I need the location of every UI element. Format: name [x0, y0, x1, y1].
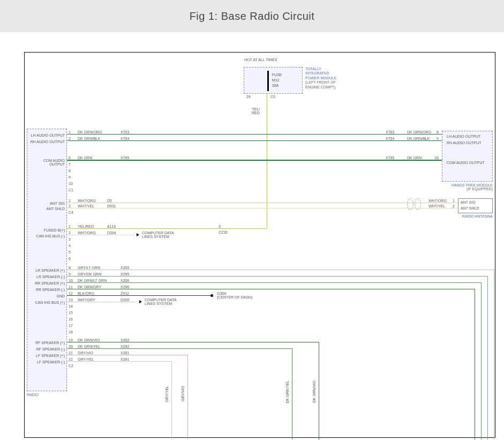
hot-label: HOT AT ALL TIMES	[244, 58, 287, 62]
fuse-text: 30A	[272, 84, 279, 87]
pin: C5	[270, 95, 275, 99]
fuse-text: M12	[272, 78, 280, 82]
hfm-module: LH AUDIO OUTPUT RH AUDIO OUTPUT COM AUDI…	[442, 131, 493, 182]
wire	[187, 355, 188, 439]
wire	[171, 361, 172, 439]
wire	[319, 342, 319, 439]
fuse-module-label: TOTALLYINTEGRATEDPOWER MODULE(LEFT FRONT…	[305, 67, 336, 90]
arrow-icon	[139, 300, 142, 303]
wire	[67, 270, 494, 270]
wire	[67, 361, 171, 362]
wire	[67, 276, 487, 277]
arrow-icon	[137, 233, 139, 236]
page-title: Fig 1: Base Radio Circuit	[0, 0, 504, 32]
wire	[67, 160, 442, 161]
wire	[67, 348, 292, 349]
ground-label: G309(CENTER OF DASH)	[217, 292, 253, 299]
wire	[67, 235, 137, 235]
wire	[67, 203, 458, 203]
fuse-box: HOT AT ALL TIMES FUSE M12 30A	[244, 67, 303, 94]
antenna-box: ANT SIG ANT SHLD	[458, 198, 493, 213]
wire	[67, 134, 442, 135]
radio-label: RADIO	[27, 393, 39, 397]
fuse-text: FUSE	[272, 73, 282, 77]
pin: 29	[246, 95, 251, 99]
wire-label: YEL/ RED	[252, 107, 268, 115]
antenna-label: RADIO ANTENNA	[458, 214, 493, 218]
hfm-label: HANDS FREE MODULE(IF EQUIPPED)	[442, 183, 493, 191]
wire	[67, 295, 212, 296]
wire	[67, 355, 187, 355]
wire	[67, 140, 442, 141]
wire	[67, 208, 458, 208]
ground-dot-icon	[210, 294, 213, 297]
wire	[494, 270, 494, 439]
wire	[67, 302, 137, 302]
wire	[487, 276, 488, 439]
wire	[67, 282, 481, 283]
wire	[67, 342, 319, 342]
wire	[67, 228, 267, 229]
wire	[67, 289, 475, 289]
radio-module: LH AUDIO OUTPUT RH AUDIO OUTPUT COM AUDI…	[27, 129, 67, 391]
wire	[292, 348, 292, 439]
wire	[481, 282, 482, 439]
connector-icon	[407, 198, 423, 209]
wire	[475, 289, 475, 439]
